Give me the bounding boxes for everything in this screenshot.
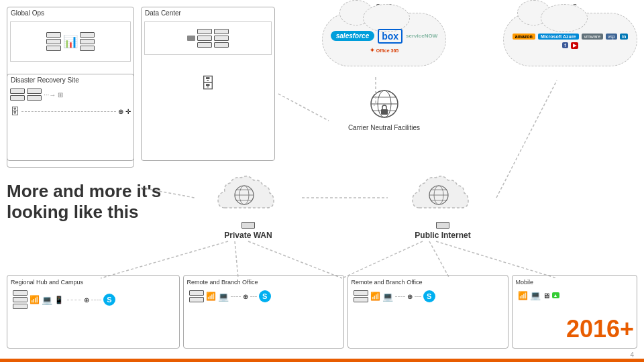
slide: Global Ops 📊 Disaster Recovery Site ···→… <box>0 0 644 362</box>
dr-server-1 <box>10 88 25 101</box>
page-number: 4 <box>630 351 634 359</box>
rh-conn-line-2 <box>91 300 101 300</box>
facebook-logo: f <box>562 42 568 48</box>
private-wan-section: Private WAN <box>195 171 302 240</box>
rb1-wifi: 📶 <box>206 292 216 301</box>
public-internet-label: Public Internet <box>389 231 496 240</box>
dr-server-2 <box>27 88 42 101</box>
youtube-logo: ▶ <box>571 42 578 49</box>
dc-server-2 <box>214 29 229 48</box>
server-icon-1 <box>46 32 61 51</box>
svg-line-24 <box>429 241 449 278</box>
rb1-skype: S <box>259 290 271 302</box>
disaster-recovery-label: Disaster Recovery Site <box>7 74 133 86</box>
rb1-laptop: 💻 <box>218 292 229 302</box>
remote-branch-2-label: Remote and Branch Office <box>352 279 504 286</box>
svg-line-20 <box>101 241 228 278</box>
private-wan-device <box>241 222 255 229</box>
disaster-recovery-box: Disaster Recovery Site ···→ ⊞ 🗄 ⊕ ✛ <box>7 74 134 168</box>
datacenter-box: Data Center 🗄 <box>141 7 275 161</box>
salesforce-logo: salesforce <box>331 31 374 41</box>
mob-phone: 🖥 <box>543 292 550 300</box>
servicenow-logo: serviceNOW <box>406 33 437 39</box>
year-label: 2016+ <box>566 315 634 343</box>
svg-line-22 <box>248 241 342 278</box>
svg-line-19 <box>496 80 557 198</box>
rh-laptop: 💻 <box>42 295 52 305</box>
android-icon: ▲ <box>552 292 559 298</box>
rh-conn-line <box>67 300 80 300</box>
datacenter-label: Data Center <box>142 7 274 19</box>
azure-logo: Microsoft Azure <box>538 34 579 40</box>
svg-rect-5 <box>381 109 388 115</box>
dc-server-1 <box>197 29 212 48</box>
rb2-wifi: 📶 <box>370 292 380 301</box>
carrier-neutral-label: Carrier Neutral Facilities <box>329 123 439 132</box>
box-logo: box <box>378 29 402 44</box>
remote-branch-2-box: Remote and Branch Office 📶 💻 ⊕ S <box>347 275 508 349</box>
rh-tablet: 📱 <box>54 296 64 304</box>
global-ops-label: Global Ops <box>7 7 133 19</box>
regional-hub-box: Regional Hub and Campus 📶 💻 📱 ⊕ S <box>7 275 180 349</box>
svg-line-16 <box>278 94 329 121</box>
slide-headline: More and more it's looking like this <box>7 181 168 223</box>
middle-text-section: More and more it's looking like this <box>7 181 168 223</box>
rb1-server <box>189 290 204 302</box>
carrier-neutral-section: Carrier Neutral Facilities <box>329 84 439 132</box>
carrier-neutral-cloud-icon <box>358 84 411 121</box>
rb2-server <box>354 290 368 302</box>
rb2-skype: S <box>423 290 435 302</box>
rb2-laptop: 💻 <box>382 292 393 302</box>
rb1-conn <box>231 296 241 297</box>
rb2-router: ⊕ <box>407 293 413 300</box>
office365-logo: ✦ Office 365 <box>370 47 398 54</box>
mobile-label: Mobile <box>516 279 633 286</box>
public-internet-section: Public Internet <box>389 171 496 240</box>
rb1-conn-2 <box>250 296 257 297</box>
remote-branch-1-box: Remote and Branch Office 📶 💻 ⊕ S <box>183 275 344 349</box>
mob-wifi: 📶 <box>518 291 528 300</box>
public-internet-device <box>436 222 449 229</box>
rh-skype: S <box>103 294 115 306</box>
vsp-logo: vsp <box>606 34 617 40</box>
rb1-router: ⊕ <box>243 293 248 300</box>
iaas-section: IaaS amazon Microsoft Azure vmware vsp i… <box>503 3 637 66</box>
regional-hub-label: Regional Hub and Campus <box>11 279 176 286</box>
server-icon-2 <box>80 32 95 51</box>
svg-line-21 <box>235 241 238 278</box>
saas-section: SaaS salesforce box serviceNOW ✦ Office … <box>322 3 446 66</box>
svg-line-23 <box>342 241 423 278</box>
rb2-conn-2 <box>415 296 421 297</box>
rb2-conn <box>395 296 405 297</box>
vmware-logo: vmware <box>582 34 604 40</box>
private-wan-cloud-icon <box>215 171 282 218</box>
rh-wifi: 📶 <box>30 295 40 304</box>
bottom-accent-bar <box>0 359 644 362</box>
private-wan-label: Private WAN <box>195 231 302 240</box>
rh-router: ⊕ <box>84 296 89 304</box>
linkedin-logo: in <box>620 34 628 40</box>
public-internet-cloud-icon <box>409 171 476 218</box>
remote-branch-1-label: Remote and Branch Office <box>187 279 340 286</box>
mob-laptop: 💻 <box>530 290 541 300</box>
bottom-row: Regional Hub and Campus 📶 💻 📱 ⊕ S Remote… <box>7 275 637 349</box>
svg-line-25 <box>436 241 557 278</box>
amazon-logo: amazon <box>513 34 535 40</box>
rh-server <box>13 290 28 309</box>
